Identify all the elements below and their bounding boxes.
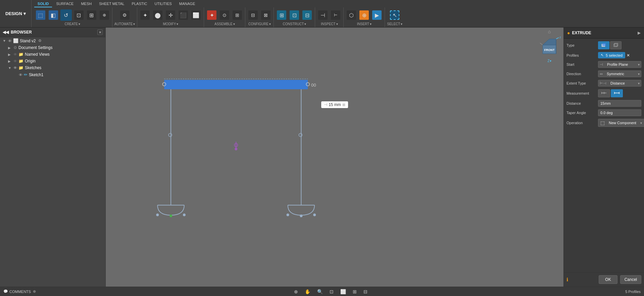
extrude-collapse-btn[interactable]: ▶ [638, 31, 641, 35]
profiles-selected-btn[interactable]: ↖ 5 selected [598, 52, 625, 58]
assemble-btn1[interactable]: ✦ [206, 9, 217, 21]
extent-type-dropdown[interactable]: Distance To Object All [609, 80, 635, 86]
tree-item-named-views[interactable]: ▶ 👁 📁 Named Views [0, 51, 105, 58]
home-view-btn[interactable]: ⌂ [548, 29, 551, 34]
assemble-label[interactable]: ASSEMBLE ▾ [214, 22, 235, 26]
cancel-button[interactable]: Cancel [620, 275, 641, 284]
profiles-clear-btn[interactable]: ✕ [627, 53, 630, 58]
modify-btn2[interactable]: ⬤ [152, 9, 163, 21]
operation-control: ⬚ New Component New Body Join Cut Inters… [598, 119, 644, 127]
insert-label[interactable]: INSERT ▾ [357, 22, 372, 26]
zoom-in-btn[interactable]: 🔍 [315, 288, 325, 295]
solid-icon [601, 43, 606, 48]
distance-expand-btn[interactable]: ⊞ [342, 103, 345, 107]
insert-btn1[interactable]: ⬡ [346, 9, 357, 21]
tree-item-origin[interactable]: ▶ 👁 📁 Origin [0, 58, 105, 64]
new-component-btn[interactable]: ⬚ [35, 9, 46, 21]
construct-label[interactable]: CONSTRUCT ▾ [283, 22, 306, 26]
start-dropdown[interactable]: Profile Plane [606, 61, 635, 67]
nav-cube[interactable]: FRONT Z [538, 36, 561, 58]
zoom-fit-btn[interactable]: ⊡ [328, 288, 336, 295]
modify-label[interactable]: MODIFY ▾ [163, 22, 179, 26]
operation-dropdown[interactable]: New Component New Body Join Cut Intersec… [607, 120, 638, 126]
extrude-title-group: ● EXTRUDE [567, 30, 591, 36]
tab-sheet-metal[interactable]: SHEET METAL [96, 1, 128, 7]
viewport-sketch: 00 [106, 28, 563, 287]
type-solid-btn[interactable] [598, 41, 609, 49]
comments-label: COMMENTS [9, 290, 31, 294]
folder-icon-origin: 📁 [18, 59, 23, 63]
automate-btn1[interactable]: ⚙ [119, 9, 131, 21]
modify-btn1[interactable]: ✦ [139, 9, 151, 21]
tab-manage[interactable]: MANAGE [176, 1, 199, 7]
inspect-label[interactable]: INSPECT ▾ [321, 22, 338, 26]
svg-text:FRONT: FRONT [544, 48, 555, 52]
tree-item-sketches[interactable]: ▼ 👁 📁 Sketches [0, 64, 105, 71]
inspect-section: ⊣ ⊢ INSPECT ▾ [315, 7, 344, 27]
select-label[interactable]: SELECT ▾ [387, 22, 402, 26]
automate-label[interactable]: AUTOMATE ▾ [114, 22, 135, 26]
browser-collapse-arrow[interactable]: ◀◀ [3, 30, 9, 35]
create-label[interactable]: CREATE ▾ [64, 22, 80, 26]
info-icon: ℹ [566, 277, 568, 282]
comments-button[interactable]: 💬 COMMENTS [3, 289, 31, 294]
distance-input[interactable] [598, 100, 641, 107]
inspect-btn1[interactable]: ⊣ [317, 9, 329, 21]
direction-control: ⇔ Symmetric One Side Two Sides ▾ [598, 70, 641, 77]
assemble-btn3[interactable]: ⊞ [232, 9, 243, 21]
configure-btn2[interactable]: ⊠ [260, 9, 271, 21]
orbit-tool-btn[interactable]: ⊕ [292, 288, 300, 295]
viewport[interactable]: 00 ⊣ 15 mm ⊞ ⌂ FRONT [106, 28, 563, 287]
configure-section: ⊟ ⊠ CONFIGURE ▾ [245, 7, 274, 27]
construct-btn1[interactable]: ⊞ [276, 9, 287, 21]
inspect-btn2[interactable]: ⊢ [330, 9, 341, 21]
modify-btn5[interactable]: ⬜ [190, 9, 202, 21]
configure-btn1[interactable]: ⊟ [247, 9, 259, 21]
revolve-btn[interactable]: ↺ [60, 9, 72, 21]
eye-icon-sketch1: 👁 [19, 73, 22, 77]
folder-icon-named: 📁 [18, 52, 23, 57]
browser-close-btn[interactable]: ✕ [97, 30, 103, 35]
visual-style-btn[interactable]: ⊟ [361, 288, 369, 295]
loft-btn[interactable]: ⊞ [86, 9, 97, 21]
extrude-footer: ℹ OK Cancel [564, 272, 644, 287]
type-surface-btn[interactable] [610, 41, 622, 49]
svg-point-10 [183, 213, 186, 216]
tree-item-sketch1[interactable]: 👁 ✏ Sketch1 [0, 71, 105, 78]
insert-btn2[interactable]: ⊕ [358, 9, 370, 21]
select-btn1[interactable]: ↖ [389, 9, 400, 21]
modify-btn3[interactable]: ✛ [165, 9, 176, 21]
measurement-row: Measurement [566, 89, 641, 97]
construct-btn3[interactable]: ⊟ [301, 9, 313, 21]
full-length-btn[interactable] [611, 89, 623, 97]
display-settings-btn[interactable]: ⬜ [338, 288, 348, 295]
sweep-btn[interactable]: ⊡ [73, 9, 85, 21]
svg-point-11 [287, 213, 289, 216]
tab-surface[interactable]: SURFACE [53, 1, 77, 7]
taper-angle-input[interactable] [598, 109, 641, 116]
tree-item-stand-v2[interactable]: ▼ 👁 ⬜ Stand v2 ⚙ [0, 37, 105, 44]
tab-solid[interactable]: SOLID [34, 1, 52, 7]
create-more-btn[interactable]: ⊕ [99, 9, 110, 21]
configure-label[interactable]: CONFIGURE ▾ [248, 22, 271, 26]
extrude-dot-icon: ● [567, 30, 570, 36]
insert-btn3[interactable]: ▶ [371, 9, 383, 21]
stand-v2-label: Stand v2 [20, 39, 36, 43]
design-button[interactable]: DESIGN ▾ [0, 0, 32, 27]
operation-label: Operation [566, 121, 597, 125]
half-length-btn[interactable] [598, 89, 610, 97]
direction-dropdown[interactable]: Symmetric One Side Two Sides [605, 71, 635, 77]
extrude-btn[interactable]: ◧ [48, 9, 59, 21]
grid-settings-btn[interactable]: ⊞ [351, 288, 359, 295]
assemble-btn2[interactable]: ⊙ [219, 9, 230, 21]
extrude-panel: ● EXTRUDE ▶ Type [563, 28, 644, 287]
tree-item-document-settings[interactable]: ▶ ⚙ Document Settings [0, 44, 105, 51]
tab-mesh[interactable]: MESH [78, 1, 95, 7]
tab-plastic[interactable]: PLASTIC [129, 1, 151, 7]
profiles-count-label: 5 Profiles [625, 290, 641, 294]
tab-utilities[interactable]: UTILITIES [151, 1, 175, 7]
pan-tool-btn[interactable]: ✋ [303, 288, 312, 295]
modify-btn4[interactable]: ⬛ [178, 9, 189, 21]
ok-button[interactable]: OK [599, 275, 617, 284]
construct-btn2[interactable]: ⊡ [289, 9, 300, 21]
